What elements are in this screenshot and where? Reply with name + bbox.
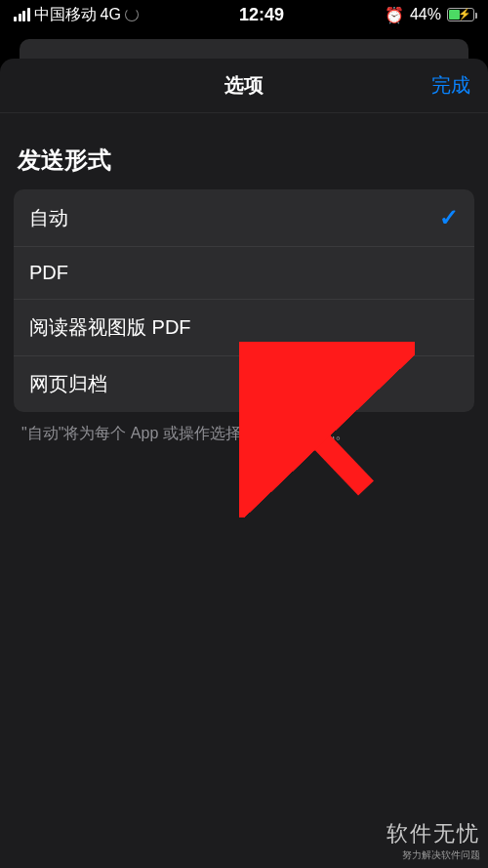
loading-icon (125, 8, 139, 21)
signal-icon (14, 8, 30, 21)
section-label-send-as: 发送形式 (14, 145, 474, 189)
section-footer: "自动"将为每个 App 或操作选择最适合的格式。 (14, 412, 474, 456)
option-label: 自动 (29, 205, 68, 231)
option-label: 阅读器视图版 PDF (29, 314, 191, 341)
watermark-subtitle: 努力解决软件问题 (386, 848, 480, 862)
modal-title: 选项 (224, 72, 264, 99)
carrier-label: 中国移动 (34, 5, 97, 25)
done-button[interactable]: 完成 (431, 59, 470, 112)
clock-label: 12:49 (239, 5, 284, 25)
option-auto[interactable]: 自动 ✓ (14, 189, 474, 247)
option-label: 网页归档 (29, 371, 107, 397)
watermark-title: 软件无忧 (386, 819, 480, 848)
modal-header: 选项 完成 (0, 59, 488, 113)
option-web-archive[interactable]: 网页归档 (14, 356, 474, 412)
modal-content: 发送形式 自动 ✓ PDF 阅读器视图版 PDF 网页归档 "自动"将为每个 A… (0, 113, 488, 456)
checkmark-icon: ✓ (439, 204, 459, 231)
watermark: 软件无忧 努力解决软件问题 (386, 819, 480, 862)
options-modal: 选项 完成 发送形式 自动 ✓ PDF 阅读器视图版 PDF 网页归档 "自动"… (0, 59, 488, 868)
option-reader-pdf[interactable]: 阅读器视图版 PDF (14, 300, 474, 356)
alarm-icon: ⏰ (385, 6, 404, 24)
battery-icon: ⚡ (447, 8, 474, 21)
battery-percent: 44% (410, 6, 441, 23)
status-right: ⏰ 44% ⚡ (385, 6, 474, 24)
status-left: 中国移动 4G (14, 5, 139, 25)
option-pdf[interactable]: PDF (14, 247, 474, 300)
send-format-options: 自动 ✓ PDF 阅读器视图版 PDF 网页归档 (14, 189, 474, 412)
network-label: 4G (101, 6, 121, 23)
status-bar: 中国移动 4G 12:49 ⏰ 44% ⚡ (0, 0, 488, 29)
option-label: PDF (29, 262, 68, 284)
